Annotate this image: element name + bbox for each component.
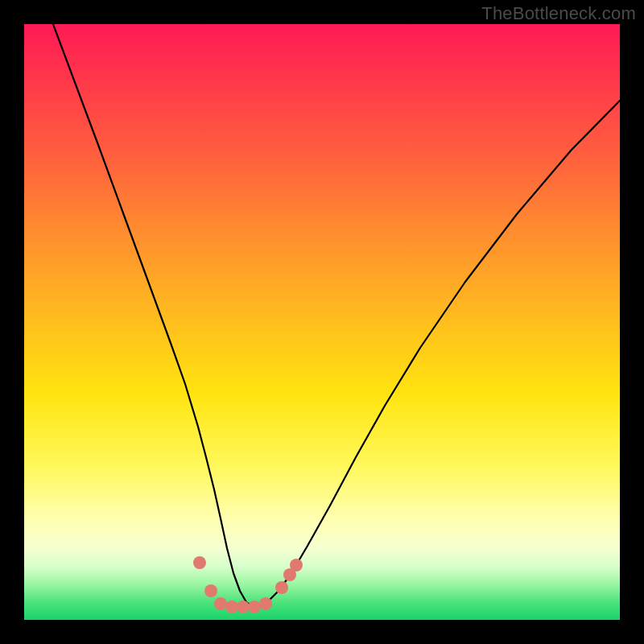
- marker-dot: [204, 584, 217, 597]
- marker-dot: [248, 601, 261, 613]
- marker-dot: [193, 556, 206, 569]
- marker-dot: [237, 601, 250, 613]
- plot-area: [24, 24, 620, 620]
- marker-dot: [290, 559, 303, 572]
- marker-dot: [275, 581, 288, 594]
- curve-layer: [24, 24, 620, 620]
- marker-dot: [214, 597, 227, 610]
- chart-frame: TheBottleneck.com: [0, 0, 644, 644]
- marker-group: [193, 556, 303, 613]
- marker-dot: [225, 601, 238, 613]
- marker-dot: [259, 597, 272, 610]
- watermark-text: TheBottleneck.com: [481, 3, 636, 24]
- bottleneck-curve: [53, 24, 620, 607]
